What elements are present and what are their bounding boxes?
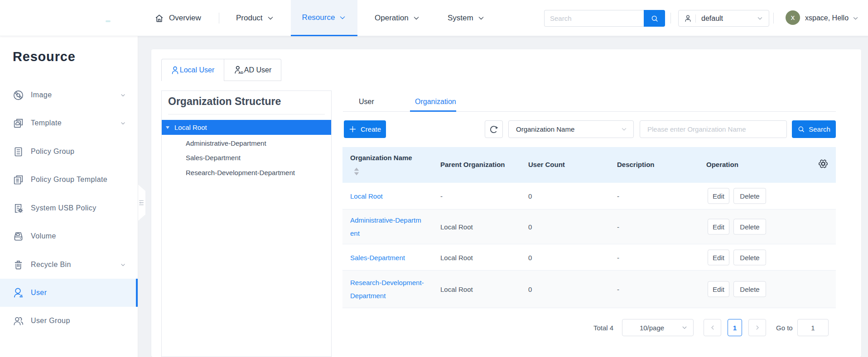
filter-field-select[interactable]: Organization Name (508, 120, 634, 138)
sort-carets-icon[interactable] (354, 167, 359, 176)
tree-node-local-root[interactable]: Local Root (162, 120, 331, 135)
edit-button[interactable]: Edit (708, 281, 729, 297)
sidebar-item-user-group[interactable]: User Group (0, 307, 138, 335)
user-menu[interactable]: xspace, Hello (805, 0, 859, 36)
sidebar-item-image[interactable]: Image (0, 81, 138, 109)
column-settings-gear-icon[interactable] (818, 159, 828, 169)
pagination-next-button[interactable] (748, 319, 766, 336)
nav-item-resource[interactable]: Resource (291, 0, 357, 36)
sidebar-item-label: Volume (31, 232, 56, 240)
pagination-total: Total 4 (593, 319, 613, 336)
delete-button[interactable]: Delete (733, 219, 766, 235)
pagination-prev-button[interactable] (704, 319, 721, 336)
user-avatar[interactable]: x (786, 10, 800, 25)
org-name-link[interactable]: Administrative-Department (350, 214, 424, 240)
org-structure-panel: Organization Structure Local Root Admini… (161, 90, 332, 357)
tree-node-child[interactable]: Administrative-Department (186, 136, 266, 151)
table-row: Research-Development-Department Local Ro… (342, 271, 836, 308)
cell-user-count: 0 (528, 286, 532, 293)
nav-item-system[interactable]: System (448, 0, 485, 36)
user-icon (13, 288, 24, 298)
org-name-link[interactable]: Sales-Department (350, 251, 424, 264)
cell-user-count: 0 (528, 223, 532, 231)
pagination-goto-label: Go to (776, 319, 793, 336)
tab-ad-user[interactable]: AD AD User (224, 59, 281, 81)
nav-item-operation[interactable]: Operation (375, 0, 420, 36)
tab-organization-label: Organization (415, 98, 456, 106)
column-header-user-count: User Count (528, 160, 565, 168)
cell-parent: Local Root (440, 223, 473, 231)
search-icon (651, 14, 659, 23)
system-usb-policy-icon (13, 203, 24, 214)
pagination-page-1[interactable]: 1 (728, 319, 742, 336)
sidebar-item-volume[interactable]: Volume (0, 222, 138, 250)
global-search-button[interactable] (644, 10, 665, 27)
tab-local-user[interactable]: Local User (161, 59, 224, 81)
tab-user[interactable]: User (359, 96, 374, 107)
chevron-down-icon (681, 324, 688, 331)
sidebar-item-system-usb-policy[interactable]: System USB Policy (0, 194, 138, 222)
org-name-link[interactable]: Research-Development-Department (350, 276, 424, 302)
sidebar-item-label: Template (31, 119, 62, 127)
tree-node-label: Research-Development-Department (186, 169, 295, 176)
nav-separator (773, 13, 774, 24)
search-button[interactable]: Search (792, 120, 836, 138)
sidebar-collapse-handle[interactable] (138, 185, 145, 221)
pagination-goto-input[interactable] (797, 319, 829, 336)
nav-item-product[interactable]: Product (236, 0, 274, 36)
sidebar-item-user[interactable]: User (0, 279, 138, 307)
org-name-link[interactable]: Local Root (350, 190, 424, 203)
app-root: Overview Product Resource Operation Syst… (0, 0, 868, 357)
tab-local-user-label: Local User (180, 66, 214, 74)
page-size-select[interactable]: 10/page (622, 319, 694, 336)
chevron-down-icon (852, 15, 859, 22)
edit-button[interactable]: Edit (708, 188, 729, 204)
tree-node-label: Administrative-Department (186, 139, 266, 147)
tab-organization[interactable]: Organization (415, 96, 456, 107)
sidebar-item-recycle-bin[interactable]: Recycle Bin (0, 251, 138, 279)
refresh-button[interactable] (485, 120, 503, 138)
tree-expand-caret-icon[interactable] (166, 126, 169, 129)
create-button[interactable]: Create (344, 120, 386, 138)
edit-button[interactable]: Edit (708, 249, 729, 265)
delete-button[interactable]: Delete (733, 249, 766, 265)
tree-node-child[interactable]: Sales-Department (186, 150, 241, 165)
delete-button[interactable]: Delete (733, 281, 766, 297)
nav-overview-label: Overview (169, 14, 201, 23)
organization-table: Organization Name Parent Organization Us… (342, 147, 836, 308)
recycle-bin-icon (13, 260, 24, 270)
column-header-organization-name[interactable]: Organization Name (350, 154, 412, 162)
role-user-icon (684, 14, 692, 23)
image-icon (13, 90, 24, 100)
chevron-down-icon (339, 14, 346, 21)
plus-icon (349, 125, 357, 133)
sidebar-item-policy-group[interactable]: Policy Group (0, 138, 138, 166)
sidebar-title: Resource (13, 49, 76, 64)
chevron-down-icon (120, 92, 126, 98)
edit-button[interactable]: Edit (708, 219, 729, 235)
cell-parent: Local Root (440, 253, 473, 261)
home-icon (154, 14, 164, 23)
chevron-down-icon (621, 126, 627, 133)
role-select[interactable]: default (678, 10, 769, 27)
sidebar-item-label: Recycle Bin (31, 261, 71, 269)
tab-ad-user-label: AD User (244, 66, 271, 74)
org-name-input[interactable] (640, 120, 787, 138)
cell-description: - (617, 223, 619, 231)
nav-separator (219, 13, 219, 24)
sidebar-item-label: Image (31, 91, 52, 99)
sidebar-item-template[interactable]: Template (0, 109, 138, 137)
template-icon (13, 118, 24, 129)
table-header-row: Organization Name Parent Organization Us… (342, 147, 836, 183)
tree-node-child[interactable]: Research-Development-Department (186, 165, 295, 180)
cell-description: - (617, 192, 619, 200)
delete-button[interactable]: Delete (733, 188, 766, 204)
user-greeting: xspace, Hello (805, 14, 849, 22)
cell-parent: - (440, 192, 443, 200)
global-search-input[interactable] (544, 10, 644, 27)
nav-product-label: Product (236, 14, 263, 23)
sidebar-item-label: User (31, 289, 47, 297)
sidebar-item-policy-group-template[interactable]: Policy Group Template (0, 166, 138, 194)
nav-item-overview[interactable]: Overview (154, 0, 201, 36)
sidebar-item-label: System USB Policy (31, 204, 96, 212)
